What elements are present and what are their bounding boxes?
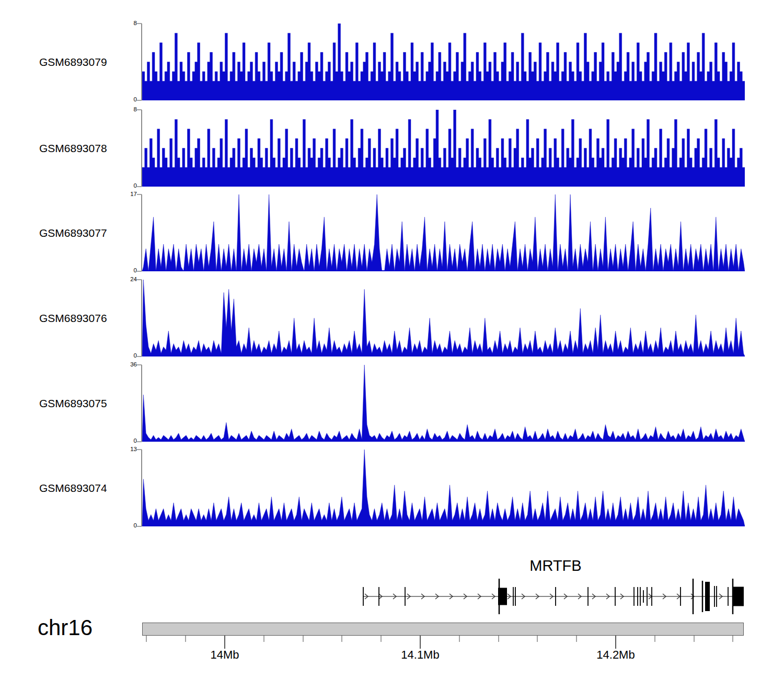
chromosome-ideogram-bar xyxy=(142,623,744,636)
y-axis xyxy=(135,193,142,272)
genome-browser: GSM689307980GSM689307880GSM6893077170GSM… xyxy=(0,0,784,690)
track-label: GSM6893078 xyxy=(39,142,107,155)
gene-model xyxy=(142,572,746,622)
coverage-signal xyxy=(142,365,745,442)
y-axis xyxy=(135,279,142,358)
coordinate-label: 14Mb xyxy=(210,648,239,662)
coverage-signal xyxy=(142,110,745,187)
track-label: GSM6893077 xyxy=(39,227,107,239)
coverage-signal xyxy=(142,24,745,100)
y-axis xyxy=(135,364,142,443)
y-axis xyxy=(135,22,142,101)
y-axis xyxy=(135,109,142,188)
y-axis xyxy=(135,448,142,527)
track-label: GSM6893076 xyxy=(39,312,107,325)
coverage-signal xyxy=(142,280,745,356)
track-label: GSM6893074 xyxy=(39,482,107,494)
coordinate-label: 14.2Mb xyxy=(596,648,635,662)
track-label: GSM6893075 xyxy=(39,397,107,410)
coordinate-label: 14.1Mb xyxy=(401,648,439,662)
chromosome-label: chr16 xyxy=(38,615,93,640)
track-label: GSM6893079 xyxy=(39,56,107,68)
coverage-signal xyxy=(142,194,745,271)
coverage-signal xyxy=(142,450,745,526)
